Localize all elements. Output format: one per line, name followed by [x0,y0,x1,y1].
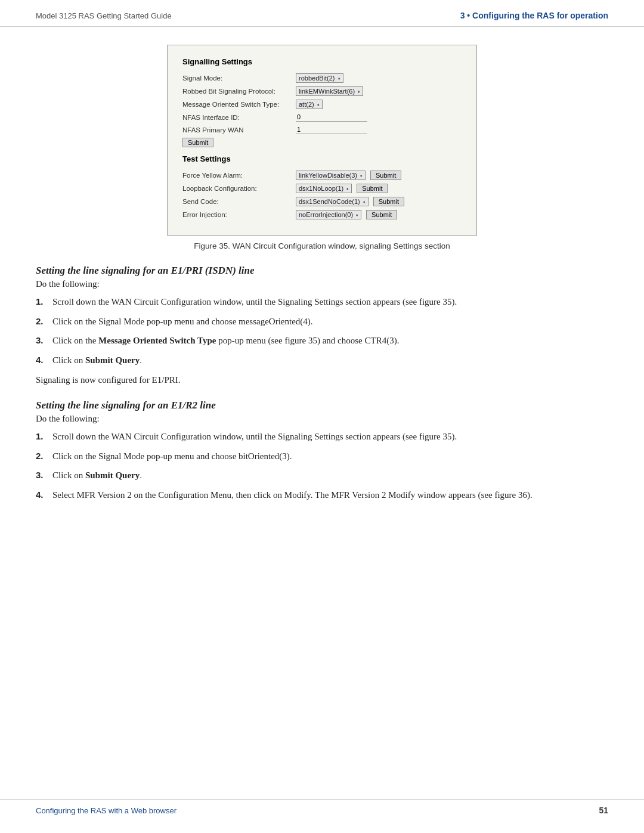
page-footer: Configuring the RAS with a Web browser 5… [0,799,644,821]
force-yellow-arrow: ⬧ [360,172,363,178]
force-yellow-select[interactable]: linkYellowDisable(3) ⬧ [296,171,366,180]
error-injection-submit[interactable]: Submit [366,210,397,219]
message-oriented-arrow: ⬧ [317,101,320,107]
error-injection-select[interactable]: noErrorInjection(0) ⬧ [296,210,361,219]
screenshot-box: Signalling Settings Signal Mode: robbedB… [167,45,477,236]
step-text: Click on the Signal Mode pop-up menu and… [52,450,608,463]
section2-steps: 1. Scroll down the WAN Circuit Configura… [36,430,608,501]
form-row-robbed-bit: Robbed Bit Signaling Protocol: linkEMWin… [182,86,462,96]
step-text: Select MFR Version 2 on the Configuratio… [52,488,608,502]
nfas-primary-input[interactable] [296,125,367,134]
robbed-bit-value: linkEMWinkStart(6) [299,88,355,95]
section2-do-following: Do the following: [36,414,608,424]
loopback-arrow: ⬧ [346,185,349,191]
force-yellow-label: Force Yellow Alarm: [182,172,296,179]
send-code-select[interactable]: dsx1SendNoCode(1) ⬧ [296,197,369,206]
section1-step-4: 4. Click on Submit Query. [36,354,608,367]
test-settings-title: Test Settings [182,154,462,163]
error-injection-label: Error Injection: [182,211,296,218]
step-text: Scroll down the WAN Circuit Configuratio… [52,295,608,309]
form-row-nfas-interface: NFAS Interface ID: [182,113,462,122]
step-text: Click on the Signal Mode pop-up menu and… [52,315,608,329]
page-header: Model 3125 RAS Getting Started Guide 3 •… [0,0,644,27]
send-code-arrow: ⬧ [363,199,366,205]
signalling-submit-button[interactable]: Submit [182,138,213,147]
error-injection-value: noErrorInjection(0) [299,211,353,218]
message-oriented-control: att(2) ⬧ [296,100,323,109]
form-row-error-injection: Error Injection: noErrorInjection(0) ⬧ S… [182,210,462,219]
signal-mode-arrow: ⬧ [338,75,340,81]
signal-mode-label: Signal Mode: [182,75,296,82]
step-num: 2. [36,315,52,329]
section2-step-4: 4. Select MFR Version 2 on the Configura… [36,488,608,502]
step-num: 1. [36,295,52,309]
form-row-send-code: Send Code: dsx1SendNoCode(1) ⬧ Submit [182,197,462,206]
force-yellow-value: linkYellowDisable(3) [299,172,357,179]
signal-mode-select[interactable]: robbedBit(2) ⬧ [296,73,343,83]
main-content: Signalling Settings Signal Mode: robbedB… [0,45,644,546]
step-text: Scroll down the WAN Circuit Configuratio… [52,430,608,444]
force-yellow-control: linkYellowDisable(3) ⬧ Submit [296,171,401,180]
figure-caption: Figure 35. WAN Circuit Configuration win… [194,241,450,250]
robbed-bit-label: Robbed Bit Signaling Protocol: [182,88,296,95]
nfas-interface-control [296,113,367,122]
figure-container: Signalling Settings Signal Mode: robbedB… [36,45,608,250]
signal-mode-value: robbedBit(2) [299,75,335,82]
robbed-bit-select[interactable]: linkEMWinkStart(6) ⬧ [296,86,363,96]
section1-steps: 1. Scroll down the WAN Circuit Configura… [36,295,608,367]
loopback-label: Loopback Configuration: [182,185,296,192]
step-text: Click on the Message Oriented Switch Typ… [52,334,608,348]
nfas-interface-input[interactable] [296,113,367,122]
robbed-bit-control: linkEMWinkStart(6) ⬧ [296,86,363,96]
section1-heading: Setting the line signaling for an E1/PRI… [36,265,608,277]
footer-left: Configuring the RAS with a Web browser [36,806,177,815]
step-num: 1. [36,430,52,444]
form-row-message-oriented: Message Oriented Switch Type: att(2) ⬧ [182,100,462,109]
step-num: 2. [36,450,52,463]
form-row-signal-mode: Signal Mode: robbedBit(2) ⬧ [182,73,462,83]
form-row-nfas-primary: NFAS Primary WAN [182,125,462,134]
signaling-note: Signaling is now configured for E1/PRI. [36,375,608,385]
force-yellow-submit[interactable]: Submit [370,171,401,180]
nfas-primary-label: NFAS Primary WAN [182,126,296,134]
form-row-loopback: Loopback Configuration: dsx1NoLoop(1) ⬧ … [182,184,462,193]
step-num: 4. [36,488,52,502]
section1-step-3: 3. Click on the Message Oriented Switch … [36,334,608,348]
signal-mode-control: robbedBit(2) ⬧ [296,73,343,83]
section2-step-3: 3. Click on Submit Query. [36,469,608,482]
header-right: 3 • Configuring the RAS for operation [460,11,608,20]
form-row-force-yellow: Force Yellow Alarm: linkYellowDisable(3)… [182,171,462,180]
message-oriented-value: att(2) [299,101,314,108]
error-injection-control: noErrorInjection(0) ⬧ Submit [296,210,397,219]
step-text: Click on Submit Query. [52,469,608,482]
loopback-select[interactable]: dsx1NoLoop(1) ⬧ [296,184,352,193]
loopback-control: dsx1NoLoop(1) ⬧ Submit [296,184,388,193]
message-oriented-label: Message Oriented Switch Type: [182,101,296,108]
nfas-interface-label: NFAS Interface ID: [182,114,296,121]
loopback-submit[interactable]: Submit [357,184,388,193]
header-left: Model 3125 RAS Getting Started Guide [36,11,172,20]
nfas-primary-control [296,125,367,134]
section1-step-2: 2. Click on the Signal Mode pop-up menu … [36,315,608,329]
section1-step-1: 1. Scroll down the WAN Circuit Configura… [36,295,608,309]
section2-heading: Setting the line signaling for an E1/R2 … [36,400,608,411]
footer-right: 51 [599,806,608,815]
signalling-submit-row: Submit [182,138,462,147]
robbed-bit-arrow: ⬧ [357,88,360,94]
step-text: Click on Submit Query. [52,354,608,367]
error-injection-arrow: ⬧ [355,212,358,218]
section2-step-2: 2. Click on the Signal Mode pop-up menu … [36,450,608,463]
section2-step-1: 1. Scroll down the WAN Circuit Configura… [36,430,608,444]
send-code-control: dsx1SendNoCode(1) ⬧ Submit [296,197,404,206]
step-num: 3. [36,334,52,348]
loopback-value: dsx1NoLoop(1) [299,185,343,192]
step-num: 4. [36,354,52,367]
send-code-value: dsx1SendNoCode(1) [299,198,360,205]
send-code-label: Send Code: [182,198,296,205]
section1-do-following: Do the following: [36,279,608,289]
step-num: 3. [36,469,52,482]
message-oriented-select[interactable]: att(2) ⬧ [296,100,323,109]
page-container: Model 3125 RAS Getting Started Guide 3 •… [0,0,644,833]
signalling-settings-title: Signalling Settings [182,57,462,66]
send-code-submit[interactable]: Submit [373,197,404,206]
